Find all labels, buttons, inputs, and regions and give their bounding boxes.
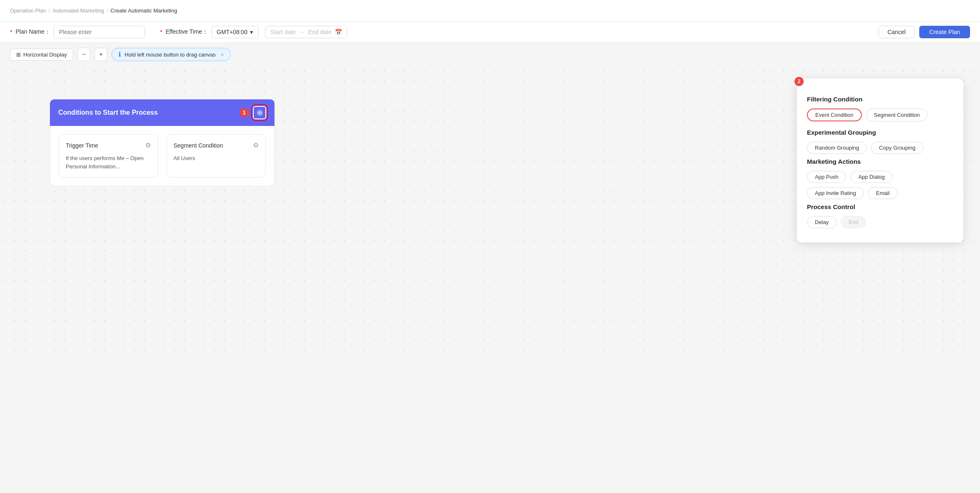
zoom-out-button[interactable]: − [77,48,90,61]
process-badge: 1 [240,108,249,117]
top-bar: Operation Plan / Automated Marketing / C… [0,0,980,22]
event-condition-chip[interactable]: Event Condition [807,108,862,121]
effective-time-label: Effective Time： [166,28,208,36]
trigger-gear-icon[interactable]: ⚙ [145,141,151,149]
segment-condition-card: Segment Condition ⚙ All Users [166,134,266,177]
breadcrumb-part2[interactable]: Automated Marketing [52,7,104,14]
plan-name-input[interactable] [54,26,145,38]
breadcrumb-sep1: / [49,7,50,14]
calendar-icon: 📅 [335,29,342,35]
trigger-time-card: Trigger Time ⚙ If the users performs Me … [59,134,158,177]
canvas-area: Conditions to Start the Process 1 ⊕ Trig… [0,66,980,357]
plus-icon: ⊕ [257,108,263,117]
random-grouping-chip[interactable]: Random Grouping [807,142,867,154]
plan-name-group: * Plan Name： [10,26,145,38]
segment-body: All Users [173,154,259,163]
process-header: Conditions to Start the Process 1 ⊕ [50,99,275,126]
process-title: Conditions to Start the Process [58,109,158,116]
display-icon: ⊞ [16,52,21,58]
process-control-chip-row: Delay End [807,216,953,228]
end-chip: End [841,216,866,228]
toolbar-right: Cancel Create Plan [879,26,970,38]
experimental-chip-row: Random Grouping Copy Grouping [807,142,953,154]
add-node-button[interactable]: ⊕ [253,106,266,119]
marketing-chip-row-2: App Invite Rating Email [807,187,953,199]
panel-badge-2: 2 [794,77,804,86]
drag-hint: ℹ Hold left mouse button to drag canvas … [111,48,231,61]
trigger-title: Trigger Time [66,142,98,149]
display-label: Horizontal Display [23,52,67,58]
process-control-title: Process Control [807,203,953,210]
app-invite-rating-chip[interactable]: App Invite Rating [807,187,864,199]
marketing-chip-row-1: App Push App Dialog [807,171,953,183]
cancel-button[interactable]: Cancel [879,26,914,38]
segment-card-header: Segment Condition ⚙ [173,141,259,149]
email-chip[interactable]: Email [868,187,898,199]
canvas-toolbar: ⊞ Horizontal Display − + ℹ Hold left mou… [0,43,980,66]
delay-chip[interactable]: Delay [807,216,836,228]
required-star-2: * [160,29,162,35]
filter-row: Event Condition Segment Condition [807,108,953,121]
right-panel: 2 Filtering Condition Event Condition Se… [797,79,963,242]
filtering-condition-title: Filtering Condition [807,96,953,103]
trigger-body: If the users performs Me – Open Personal… [66,154,151,170]
experimental-grouping-title: Experimental Grouping [807,129,953,136]
close-hint-button[interactable]: × [220,52,224,58]
process-body: Trigger Time ⚙ If the users performs Me … [50,126,275,186]
app-dialog-chip[interactable]: App Dialog [850,171,893,183]
app-push-chip[interactable]: App Push [807,171,846,183]
drag-hint-text: Hold left mouse button to drag canvas [124,52,215,58]
trigger-card-header: Trigger Time ⚙ [66,141,151,149]
process-node: Conditions to Start the Process 1 ⊕ Trig… [50,99,275,186]
effective-time-group: * Effective Time： GMT+08:00 ▾ Start date… [160,26,347,38]
segment-title: Segment Condition [173,142,223,149]
end-date: End date [308,29,332,35]
info-icon: ℹ [119,51,121,58]
start-date: Start date [270,29,296,35]
date-range[interactable]: Start date → End date 📅 [265,26,347,38]
segment-gear-icon[interactable]: ⚙ [253,141,259,149]
marketing-actions-title: Marketing Actions [807,158,953,165]
copy-grouping-chip[interactable]: Copy Grouping [871,142,923,154]
chevron-down-icon: ▾ [250,29,253,35]
arrow-icon: → [299,29,305,35]
timezone-value: GMT+08:00 [217,29,247,35]
breadcrumb-part1[interactable]: Operation Plan [10,7,46,14]
create-plan-button[interactable]: Create Plan [919,26,970,38]
breadcrumb: Operation Plan / Automated Marketing / C… [10,7,177,14]
timezone-select[interactable]: GMT+08:00 ▾ [211,26,258,38]
breadcrumb-current: Create Automatic Marketing [111,7,177,14]
toolbar: * Plan Name： * Effective Time： GMT+08:00… [0,22,980,43]
horizontal-display-button[interactable]: ⊞ Horizontal Display [10,49,73,61]
plan-name-label: Plan Name： [15,28,50,36]
required-star: * [10,29,12,35]
breadcrumb-sep2: / [106,7,108,14]
segment-condition-chip[interactable]: Segment Condition [866,108,928,121]
zoom-in-button[interactable]: + [94,48,107,61]
